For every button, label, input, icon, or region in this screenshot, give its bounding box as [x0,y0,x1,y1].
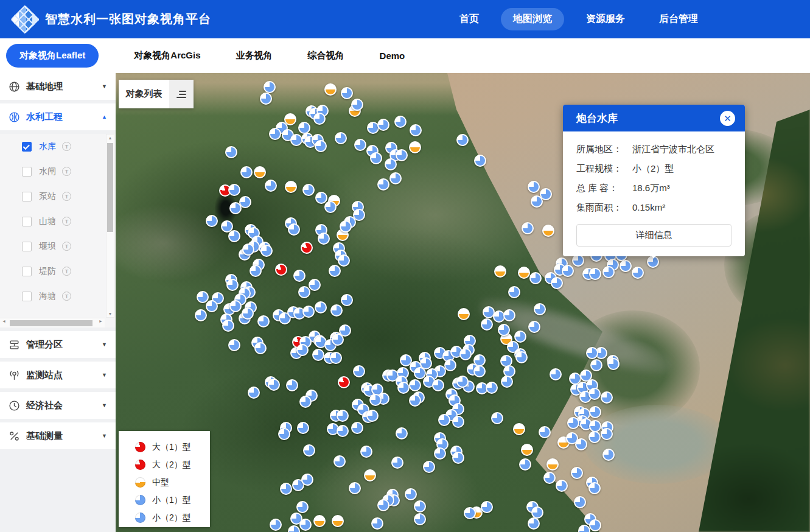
reservoir-marker-blue[interactable] [257,315,270,327]
reservoir-marker-blue[interactable] [529,272,542,284]
reservoir-marker-blue[interactable] [444,359,456,371]
reservoir-marker-blue[interactable] [206,300,218,312]
dike-checkbox[interactable] [22,267,32,276]
reservoir-marker-orange[interactable] [285,181,297,193]
reservoir-marker-blue[interactable] [567,417,579,429]
reservoir-marker-blue[interactable] [369,394,382,406]
reservoir-marker-blue[interactable] [270,519,282,531]
reservoir-marker-blue[interactable] [195,309,207,321]
reservoir-marker-blue[interactable] [474,155,486,167]
reservoir-marker-blue[interactable] [225,146,237,158]
object-list-button[interactable]: 对象列表 [119,80,194,108]
reservoir-marker-blue[interactable] [315,301,327,313]
reservoir-marker-blue[interactable] [286,379,298,391]
reservoir-marker-blue[interactable] [452,452,464,464]
reservoir-marker-blue[interactable] [296,501,309,513]
reservoir-marker-blue[interactable] [315,140,327,152]
reservoir-marker-blue[interactable] [514,331,526,343]
subnav-item-demo[interactable]: Demo [380,51,405,61]
reservoir-marker-blue[interactable] [396,427,408,439]
reservoir-marker-blue[interactable] [588,388,601,400]
reservoir-marker-blue[interactable] [519,458,531,471]
reservoir-marker-orange[interactable] [546,458,559,471]
reservoir-marker-blue[interactable] [290,134,302,146]
reservoir-marker-blue[interactable] [575,438,587,450]
reservoir-marker-blue[interactable] [602,266,615,278]
reservoir-marker-blue[interactable] [432,379,444,391]
reservoir-marker-blue[interactable] [620,260,632,272]
reservoir-marker-blue[interactable] [264,81,276,93]
reservoir-marker-blue[interactable] [601,391,613,404]
sidebar-item-pump-station[interactable]: 泵站 T [0,184,116,209]
subnav-item-business-view[interactable]: 业务视角 [236,50,273,61]
reservoir-marker-blue[interactable] [602,449,615,461]
reservoir-marker-blue[interactable] [459,348,472,360]
reservoir-marker-blue[interactable] [531,506,543,519]
reservoir-marker-blue[interactable] [260,93,272,105]
reservoir-marker-blue[interactable] [332,334,344,346]
subnav-item-comprehensive-view[interactable]: 综合视角 [308,50,344,61]
pump-station-checkbox[interactable] [22,192,32,201]
reservoir-marker-blue[interactable] [206,215,218,227]
reservoir-marker-blue[interactable] [456,134,469,146]
sidebar-section-water-projects[interactable]: 水利工程 ▲ [0,103,116,130]
reservoir-marker-blue[interactable] [296,344,309,356]
reservoir-marker-blue[interactable] [405,488,417,500]
reservoir-marker-orange[interactable] [409,141,421,153]
label-toggle-icon[interactable]: T [62,192,71,201]
reservoir-marker-blue[interactable] [228,230,240,242]
reservoir-marker-blue[interactable] [551,277,563,289]
reservoir-marker-blue[interactable] [503,309,515,321]
reservoir-marker-orange[interactable] [513,423,525,435]
sluice-checkbox[interactable] [22,167,32,177]
reservoir-marker-blue[interactable] [528,181,540,193]
reservoir-marker-blue[interactable] [298,122,310,134]
reservoir-marker-blue[interactable] [228,339,240,351]
reservoir-marker-orange[interactable] [521,444,533,456]
reservoir-marker-blue[interactable] [491,412,503,424]
reservoir-marker-blue[interactable] [280,483,292,495]
reservoir-marker-blue[interactable] [298,286,310,298]
sidebar-section-management-zones[interactable]: 管理分区 ▼ [0,331,116,358]
reservoir-marker-blue[interactable] [299,519,312,531]
reservoir-marker-blue[interactable] [248,387,260,399]
reservoir-marker-blue[interactable] [297,422,309,434]
reservoir-marker-blue[interactable] [438,414,450,426]
nav-item-resource-services[interactable]: 资源服务 [574,8,637,30]
sidebar-item-seawall[interactable]: 海塘 T [0,284,116,309]
list-icon[interactable] [169,80,194,108]
reservoir-marker-blue[interactable] [385,158,397,170]
reservoir-marker-blue[interactable] [501,376,513,388]
scroll-down-icon[interactable]: ▼ [106,312,114,316]
reservoir-marker-orange[interactable] [313,515,326,527]
sidebar-section-basic-geography[interactable]: 基础地理 ▼ [0,73,116,100]
label-toggle-icon[interactable]: T [62,267,71,276]
reservoir-marker-blue[interactable] [528,517,540,530]
subnav-item-object-view-arcgis[interactable]: 对象视角ArcGis [134,50,200,61]
reservoir-marker-blue[interactable] [410,124,422,136]
seawall-checkbox[interactable] [22,292,32,301]
reservoir-marker-blue[interactable] [254,342,267,354]
reservoir-marker-blue[interactable] [508,286,520,298]
scroll-left-icon[interactable]: ◄ [2,319,6,323]
reservoir-marker-orange[interactable] [542,225,554,237]
reservoir-marker-blue[interactable] [228,184,240,196]
reservoir-marker-orange[interactable] [364,469,376,481]
scrollbar-thumb[interactable] [10,320,93,326]
reservoir-marker-blue[interactable] [543,472,556,484]
scroll-up-icon[interactable]: ▲ [106,136,114,140]
reservoir-marker-orange[interactable] [332,515,344,527]
reservoir-marker-blue[interactable] [341,87,353,99]
reservoir-marker-blue[interactable] [335,132,347,144]
reservoir-marker-blue[interactable] [353,365,365,377]
reservoir-marker-blue[interactable] [377,499,389,511]
reservoir-marker-blue[interactable] [589,420,601,432]
reservoir-marker-blue[interactable] [351,99,363,111]
reservoir-marker-blue[interactable] [409,394,421,407]
close-icon[interactable]: ✕ [720,111,735,126]
sidebar-item-mountain-pond[interactable]: 山塘 T [0,209,116,234]
sidebar-section-basic-survey[interactable]: 基础测量 ▼ [0,422,116,449]
reservoir-marker-blue[interactable] [329,265,341,277]
reservoir-marker-blue[interactable] [370,152,382,164]
reservoir-marker-red[interactable] [275,264,287,276]
